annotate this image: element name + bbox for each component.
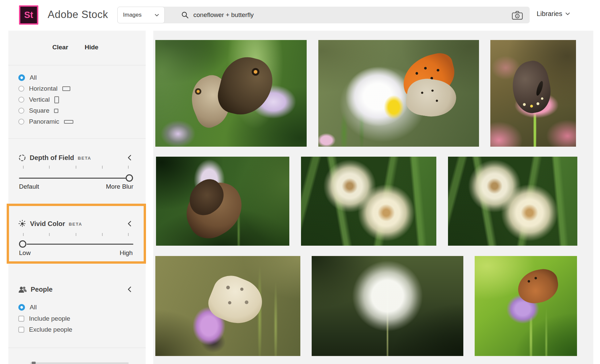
search-bar[interactable]: Images coneflower + butterfly (117, 7, 530, 23)
next-section-partial (32, 362, 36, 364)
search-result-image[interactable] (155, 256, 300, 356)
logo-glyph: St (24, 10, 33, 20)
slider-thumb[interactable] (19, 240, 26, 248)
radio-selected-icon (18, 304, 25, 311)
option-label: Horizontal (29, 85, 58, 92)
clear-filters-button[interactable]: Clear (52, 44, 68, 51)
sun-icon (18, 220, 26, 228)
section-title: Vivid Color (30, 220, 65, 228)
chevron-down-icon (155, 14, 159, 17)
search-input[interactable]: coneflower + butterfly (193, 11, 254, 19)
radio-selected-icon (18, 74, 25, 81)
people-section-header: People (18, 285, 132, 293)
radio-icon (18, 119, 24, 125)
orientation-option-panoramic[interactable]: Panoramic (18, 118, 73, 125)
people-option-include[interactable]: Include people (18, 315, 70, 322)
search-result-image[interactable] (312, 256, 463, 356)
chevron-left-icon[interactable] (127, 155, 132, 161)
chevron-left-icon[interactable] (127, 286, 132, 292)
slider-track[interactable] (27, 244, 133, 245)
camera-search-button[interactable] (511, 11, 523, 20)
slider-track[interactable] (19, 178, 126, 179)
slider-min-label: Low (19, 249, 31, 257)
search-result-image[interactable] (301, 157, 436, 246)
header: St Adobe Stock Images coneflower + butte… (0, 0, 600, 31)
brand-title: Adobe Stock (48, 9, 108, 21)
option-label: Vertical (29, 96, 50, 103)
adobe-stock-logo[interactable]: St (19, 5, 38, 25)
search-icon (181, 11, 189, 19)
section-title: Depth of Field (30, 154, 74, 162)
checkbox-icon (18, 327, 24, 333)
search-scope-label: Images (123, 12, 142, 18)
search-scope-dropdown[interactable]: Images (117, 7, 165, 23)
radio-icon (18, 86, 24, 92)
radio-icon (18, 108, 24, 114)
slider-max-label: More Blur (93, 183, 133, 190)
search-result-image[interactable] (448, 157, 577, 246)
depth-of-field-section-header: Depth of Field BETA (18, 154, 132, 162)
slider-min-label: Default (19, 183, 39, 190)
panoramic-rect-icon (64, 120, 73, 124)
search-result-image[interactable] (156, 157, 289, 246)
people-option-exclude[interactable]: Exclude people (18, 326, 72, 333)
option-label: Square (29, 107, 49, 114)
orientation-option-horizontal[interactable]: Horizontal (18, 85, 70, 92)
search-result-image[interactable] (475, 256, 577, 356)
people-icon (18, 286, 27, 293)
search-result-image[interactable] (490, 40, 576, 147)
checkbox-icon (18, 316, 24, 322)
chevron-left-icon[interactable] (127, 221, 132, 227)
divider (8, 348, 146, 348)
chevron-down-icon (565, 12, 570, 15)
divider (8, 138, 146, 139)
search-result-image[interactable] (155, 40, 307, 147)
radio-icon (18, 97, 24, 103)
libraries-label: Libraries (537, 10, 562, 18)
square-rect-icon (54, 109, 58, 113)
orientation-option-all[interactable]: All (18, 74, 37, 81)
vertical-rect-icon (54, 96, 59, 103)
option-label: Exclude people (29, 326, 72, 333)
libraries-menu[interactable]: Libraries (537, 10, 570, 18)
beta-badge: BETA (78, 156, 91, 161)
orientation-option-square[interactable]: Square (18, 107, 58, 114)
hide-filters-button[interactable]: Hide (85, 44, 98, 51)
option-label: All (30, 74, 37, 81)
divider (8, 65, 146, 65)
people-option-all[interactable]: All (18, 304, 37, 311)
slider-max-label: High (100, 249, 133, 257)
search-result-image[interactable] (318, 40, 479, 147)
option-label: All (30, 304, 37, 311)
beta-badge: BETA (69, 222, 82, 227)
option-label: Include people (29, 315, 70, 322)
next-section-partial (30, 362, 129, 364)
section-title: People (31, 286, 53, 293)
slider-thumb[interactable] (126, 174, 133, 182)
option-label: Panoramic (29, 118, 59, 125)
aperture-icon (18, 154, 26, 162)
adobe-stock-page: St Adobe Stock Images coneflower + butte… (0, 0, 600, 364)
vivid-color-section-header: Vivid Color BETA (18, 220, 132, 228)
horizontal-rect-icon (62, 86, 70, 91)
orientation-option-vertical[interactable]: Vertical (18, 96, 59, 103)
